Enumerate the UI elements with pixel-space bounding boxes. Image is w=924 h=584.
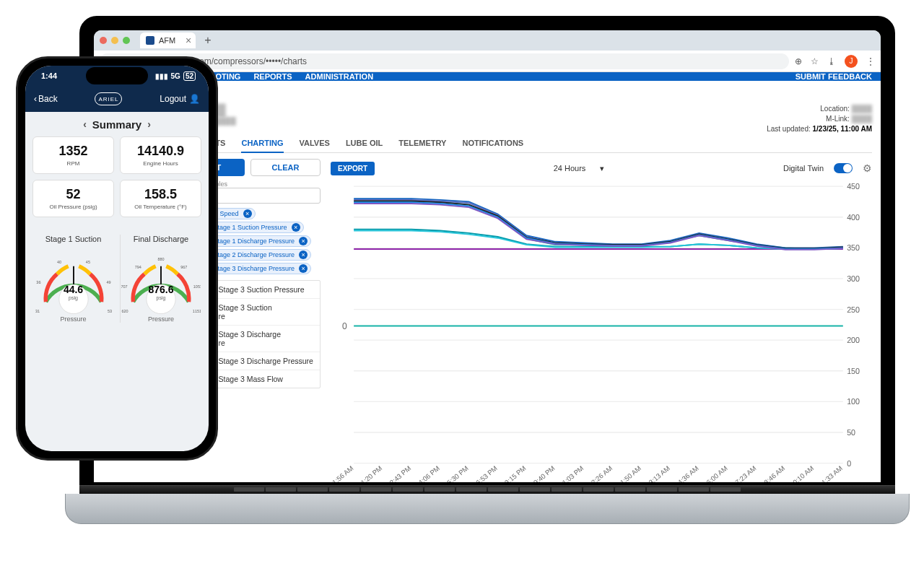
- chip-remove-icon[interactable]: ×: [292, 223, 300, 232]
- tab-favicon-icon: [146, 36, 154, 45]
- metric-card: 52Oil Pressure (psig): [32, 180, 114, 217]
- window-controls: [100, 37, 130, 44]
- digital-twin-toggle[interactable]: [834, 163, 853, 173]
- logout-label: Logout: [160, 94, 186, 104]
- user-icon: 👤: [189, 94, 200, 104]
- svg-text:100: 100: [847, 397, 860, 406]
- minimize-window-icon[interactable]: [111, 37, 118, 44]
- gauge: Stage 1 Suction31364045495344.6psigPress…: [32, 235, 114, 323]
- browser-tabbar: AFM × +: [94, 30, 881, 51]
- chip-remove-icon[interactable]: ×: [299, 264, 308, 273]
- phone-notch: [86, 67, 148, 84]
- close-window-icon[interactable]: [100, 37, 107, 44]
- chart-plot: 05010015020025030035040045001/22/25, 11:…: [331, 180, 872, 482]
- svg-text:50: 50: [847, 428, 855, 437]
- metric-card: 1352RPM: [32, 136, 114, 174]
- range-label: 24 Hours: [554, 164, 586, 173]
- svg-text:0: 0: [342, 321, 347, 331]
- tab-title: AFM: [159, 36, 175, 45]
- svg-text:400: 400: [847, 213, 860, 222]
- nav-item[interactable]: ADMINISTRATION: [305, 72, 374, 81]
- browser-tab[interactable]: AFM ×: [140, 32, 196, 48]
- meta-updated-label: Last updated:: [767, 125, 811, 133]
- keyboard-deco: [79, 485, 895, 494]
- signal-type: 5G: [171, 72, 180, 80]
- phone-navbar: ‹ Back ARIEL Logout 👤: [25, 86, 209, 112]
- nav-item[interactable]: REPORTS: [253, 72, 292, 81]
- new-tab-button[interactable]: +: [200, 34, 215, 47]
- laptop-base: [65, 494, 910, 524]
- gauge: Final Discharge6207077948809671053115187…: [120, 235, 201, 323]
- svg-text:300: 300: [847, 274, 860, 283]
- svg-text:150: 150: [847, 367, 860, 375]
- svg-text:350: 350: [847, 243, 860, 252]
- meta-mlink-label: M-Link:: [826, 115, 850, 123]
- tab-lube oil[interactable]: LUBE OIL: [346, 139, 383, 152]
- status-time: 1:44: [41, 71, 57, 80]
- urlbar-actions: ⊕ ☆ ⭳ J ⋮: [795, 55, 875, 68]
- svg-text:200: 200: [847, 336, 860, 344]
- svg-text:53: 53: [107, 309, 111, 313]
- metric-card: 14140.9Engine Hours: [120, 136, 201, 174]
- svg-text:45: 45: [85, 260, 90, 264]
- tab-telemetry[interactable]: TELEMETRY: [398, 139, 446, 152]
- svg-text:1151: 1151: [193, 309, 201, 313]
- svg-text:967: 967: [180, 265, 187, 269]
- unit-meta: Location: ████ M-Link: ████ Last updated…: [767, 104, 872, 134]
- svg-text:31: 31: [35, 309, 39, 313]
- svg-text:40: 40: [57, 260, 61, 264]
- signal-bars-icon: ▮▮▮: [155, 72, 168, 80]
- metric-cards: 1352RPM14140.9Engine Hours52Oil Pressure…: [25, 136, 209, 217]
- export-button[interactable]: EXPORT: [331, 162, 375, 175]
- brand-logo: ARIEL: [95, 92, 122, 105]
- submit-feedback-link[interactable]: SUBMIT FEEDBACK: [796, 72, 872, 81]
- clear-button[interactable]: CLEAR: [250, 159, 321, 176]
- phone-mock: 1:44 ▮▮▮ 5G 52 ‹ Back ARIEL Logout 👤 ‹ S…: [16, 56, 218, 461]
- svg-text:1/22/25, 11:56 AM: 1/22/25, 11:56 AM: [331, 464, 355, 482]
- svg-text:250: 250: [847, 305, 860, 314]
- svg-text:0: 0: [847, 459, 851, 468]
- svg-text:450: 450: [847, 182, 860, 191]
- zoom-icon[interactable]: ⊕: [795, 56, 802, 66]
- tab-notifications[interactable]: NOTIFICATIONS: [462, 139, 523, 152]
- detail-tabs: SUMMARYALERTSCHARTINGVALVESLUBE OILTELEM…: [137, 139, 872, 153]
- meta-updated-value: 1/23/25, 11:00 AM: [813, 125, 872, 133]
- tab-charting[interactable]: CHARTING: [241, 139, 283, 153]
- profile-avatar[interactable]: J: [845, 55, 858, 68]
- metric-card: 158.5Oil Temperature (°F): [120, 180, 201, 217]
- summary-label: Summary: [92, 118, 141, 131]
- menu-icon[interactable]: ⋮: [866, 56, 875, 66]
- chip-remove-icon[interactable]: ×: [243, 209, 252, 218]
- back-label: Back: [38, 94, 58, 104]
- download-icon[interactable]: ⭳: [827, 56, 836, 66]
- summary-header[interactable]: ‹ Summary ›: [25, 112, 209, 136]
- chevron-right-icon: ›: [147, 118, 151, 130]
- maximize-window-icon[interactable]: [123, 37, 130, 44]
- tab-close-icon[interactable]: ×: [186, 35, 191, 45]
- svg-text:880: 880: [157, 257, 164, 261]
- logout-button[interactable]: Logout 👤: [160, 94, 200, 104]
- chevron-left-icon: ‹: [83, 118, 87, 130]
- time-range-select[interactable]: 24 Hours ▾: [554, 164, 605, 173]
- meta-loc-label: Location:: [820, 105, 850, 113]
- svg-text:794: 794: [135, 265, 141, 269]
- chip-remove-icon[interactable]: ×: [299, 237, 308, 245]
- gauges: Stage 1 Suction31364045495344.6psigPress…: [25, 227, 209, 330]
- back-button[interactable]: ‹ Back: [34, 94, 58, 104]
- bookmark-icon[interactable]: ☆: [811, 56, 819, 66]
- chevron-left-icon: ‹: [34, 94, 37, 104]
- battery-level: 52: [183, 71, 196, 81]
- tab-valves[interactable]: VALVES: [300, 139, 330, 152]
- chip-remove-icon[interactable]: ×: [299, 250, 308, 259]
- chart-settings-icon[interactable]: ⚙: [863, 162, 872, 174]
- svg-text:620: 620: [121, 309, 128, 313]
- chevron-down-icon: ▾: [600, 164, 604, 173]
- digital-twin-label: Digital Twin: [783, 164, 824, 173]
